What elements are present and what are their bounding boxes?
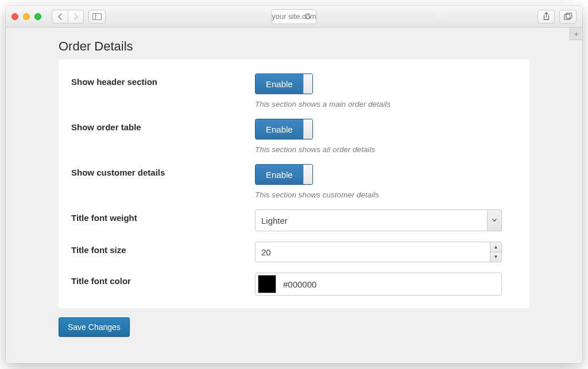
- tabs-icon: [564, 13, 572, 20]
- new-tab-button[interactable]: +: [570, 28, 582, 40]
- zoom-window-button[interactable]: [34, 13, 41, 20]
- setting-control: Enable This section shows customer detai…: [255, 164, 517, 199]
- reload-icon: [304, 13, 312, 20]
- toggle-order-table[interactable]: Enable: [255, 119, 313, 139]
- toggle-handle: [303, 165, 312, 184]
- show-sidebar-button[interactable]: [88, 10, 106, 24]
- color-input-wrap: [255, 273, 502, 296]
- sidebar-icon: [92, 13, 102, 20]
- setting-show-customer-details: Show customer details Enable This sectio…: [59, 154, 529, 199]
- content-wrap: Order Details Show header section Enable…: [6, 28, 582, 348]
- browser-window: your site.com + Order Details Show heade…: [6, 6, 582, 363]
- setting-control: [255, 273, 517, 296]
- toggle-customer-details[interactable]: Enable: [255, 164, 313, 185]
- settings-panel: Show header section Enable This section …: [59, 60, 529, 308]
- toggle-handle: [303, 74, 312, 94]
- help-text: This section shows all order details: [255, 145, 517, 154]
- share-button[interactable]: [537, 10, 555, 24]
- page-viewport: Order Details Show header section Enable…: [6, 28, 582, 363]
- toggle-header-section[interactable]: Enable: [255, 73, 313, 94]
- setting-label: Show customer details: [71, 164, 255, 177]
- traffic-lights: [11, 13, 41, 20]
- close-window-button[interactable]: [11, 13, 18, 20]
- setting-control: ▲ ▼: [255, 242, 517, 262]
- titlebar-right-group: [537, 10, 577, 24]
- setting-control: Enable This section shows all order deta…: [255, 119, 517, 154]
- color-hex-input[interactable]: [276, 279, 499, 289]
- show-tabs-button[interactable]: [559, 10, 577, 24]
- setting-label: Title font color: [71, 273, 255, 286]
- font-size-input[interactable]: [255, 242, 502, 262]
- setting-label: Title font size: [71, 242, 255, 255]
- toggle-handle: [303, 119, 312, 139]
- chevron-right-icon: [74, 13, 79, 20]
- minimize-window-button[interactable]: [23, 13, 30, 20]
- setting-title-font-weight: Title font weight Lighter: [59, 199, 529, 231]
- share-icon: [543, 12, 550, 21]
- setting-title-font-size: Title font size ▲ ▼: [59, 231, 529, 262]
- page-title: Order Details: [59, 39, 529, 54]
- help-text: This section shows a main order details: [255, 100, 517, 108]
- toggle-label: Enable: [256, 74, 303, 94]
- nav-back-forward: [52, 10, 84, 24]
- save-changes-button[interactable]: Save Changes: [59, 317, 130, 337]
- address-bar[interactable]: your site.com: [271, 9, 316, 24]
- forward-button[interactable]: [68, 10, 84, 24]
- number-input-wrap: ▲ ▼: [255, 242, 502, 262]
- svg-rect-2: [564, 14, 570, 20]
- setting-label: Show order table: [71, 119, 255, 132]
- select-value: Lighter: [255, 209, 502, 231]
- svg-rect-3: [566, 13, 571, 18]
- setting-show-header-section: Show header section Enable This section …: [59, 63, 529, 108]
- setting-control: Enable This section shows a main order d…: [255, 73, 517, 108]
- color-swatch[interactable]: [258, 275, 276, 293]
- back-button[interactable]: [52, 10, 68, 24]
- help-text: This section shows customer details: [255, 191, 517, 199]
- chevron-left-icon: [57, 13, 63, 20]
- toggle-label: Enable: [256, 119, 303, 139]
- titlebar: your site.com: [6, 6, 582, 28]
- setting-show-order-table: Show order table Enable This section sho…: [59, 108, 529, 154]
- plus-icon: +: [574, 29, 578, 38]
- setting-control: Lighter: [255, 209, 517, 231]
- setting-label: Title font weight: [71, 209, 255, 223]
- select-font-weight[interactable]: Lighter: [255, 209, 502, 231]
- toggle-label: Enable: [256, 165, 303, 184]
- reload-button[interactable]: [304, 13, 312, 20]
- setting-label: Show header section: [71, 73, 255, 87]
- setting-title-font-color: Title font color: [59, 262, 529, 296]
- svg-rect-0: [93, 13, 102, 20]
